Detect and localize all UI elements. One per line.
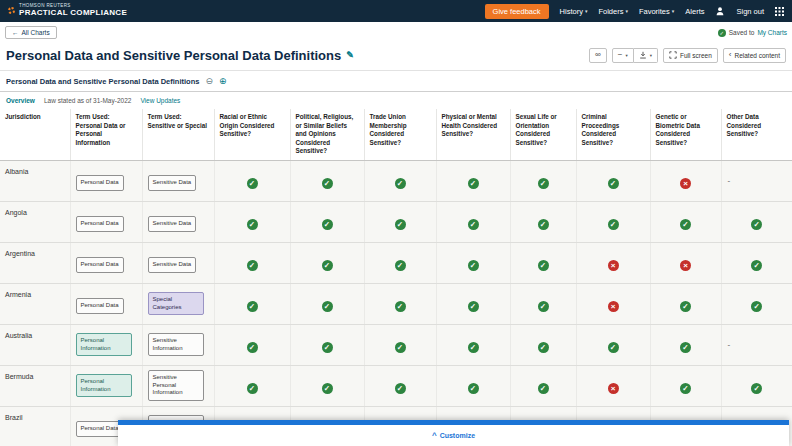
page-title: Personal Data and Sensitive Personal Dat… bbox=[6, 48, 354, 63]
yes-icon: ✓ bbox=[608, 342, 619, 353]
status-cell: ✓ bbox=[510, 160, 576, 201]
table-row: ArmeniaPersonal DataSpecial Categories✓✓… bbox=[0, 283, 792, 324]
yes-icon: ✓ bbox=[247, 342, 258, 353]
remove-columns-button[interactable]: − ▾ bbox=[612, 48, 634, 63]
yes-icon: ✓ bbox=[395, 178, 406, 189]
status-cell: ✓ bbox=[721, 201, 792, 242]
user-profile-icon[interactable] bbox=[715, 6, 725, 16]
yes-icon: ✓ bbox=[468, 178, 479, 189]
sensitive-term-chip: Sensitive Data bbox=[148, 216, 197, 232]
zoom-out-icon[interactable]: ⊖ bbox=[205, 77, 213, 86]
my-charts-link[interactable]: My Charts bbox=[757, 29, 787, 36]
all-charts-label: All Charts bbox=[22, 29, 50, 36]
nav-favorites-label: Favorites bbox=[639, 7, 670, 16]
yes-icon: ✓ bbox=[751, 383, 762, 394]
chevron-left-icon: ‹ bbox=[729, 51, 732, 59]
nav-history[interactable]: History ▾ bbox=[560, 7, 588, 16]
yes-icon: ✓ bbox=[247, 178, 258, 189]
top-nav-actions: Give feedback History ▾ Folders ▾ Favori… bbox=[485, 4, 784, 19]
full-screen-button[interactable]: Full screen bbox=[663, 48, 718, 63]
status-cell: ✓ bbox=[364, 160, 436, 201]
give-feedback-button[interactable]: Give feedback bbox=[485, 4, 549, 19]
back-arrow-icon: ← bbox=[12, 29, 19, 36]
status-cell: ✓ bbox=[364, 201, 436, 242]
dash-cell: - bbox=[721, 324, 792, 365]
status-cell: ✓ bbox=[510, 324, 576, 365]
page-title-text: Personal Data and Sensitive Personal Dat… bbox=[6, 48, 341, 63]
brand-logo[interactable]: THOMSON REUTERS PRACTICAL COMPLIANCE bbox=[8, 4, 127, 18]
status-cell: ✓ bbox=[576, 201, 650, 242]
status-cell: ✓ bbox=[510, 201, 576, 242]
column-header: Jurisdiction bbox=[0, 109, 70, 160]
status-cell: ✓ bbox=[436, 201, 510, 242]
view-updates-link[interactable]: View Updates bbox=[140, 97, 180, 104]
sign-out-button[interactable]: Sign out bbox=[736, 7, 764, 16]
personal-term-chip: Personal Data bbox=[76, 298, 124, 314]
yes-icon: ✓ bbox=[468, 383, 479, 394]
no-icon: × bbox=[608, 301, 619, 312]
no-icon: × bbox=[608, 383, 619, 394]
yes-icon: ✓ bbox=[395, 342, 406, 353]
yes-icon: ✓ bbox=[322, 260, 333, 271]
sensitive-term-chip-cell: Sensitive Information bbox=[142, 324, 214, 365]
yes-icon: ✓ bbox=[538, 301, 549, 312]
status-cell: ✓ bbox=[364, 283, 436, 324]
download-icon bbox=[639, 51, 647, 60]
nav-folders[interactable]: Folders ▾ bbox=[598, 7, 628, 16]
yes-icon: ✓ bbox=[538, 260, 549, 271]
status-cell: ✓ bbox=[650, 283, 721, 324]
sensitive-term-chip-cell: Sensitive Data bbox=[142, 201, 214, 242]
yes-icon: ✓ bbox=[322, 219, 333, 230]
personal-term-chip: Personal Information bbox=[76, 333, 132, 357]
status-cell: × bbox=[576, 242, 650, 283]
status-cell: ✓ bbox=[214, 283, 290, 324]
all-charts-button[interactable]: ← All Charts bbox=[5, 26, 57, 39]
apps-grid-icon[interactable] bbox=[775, 7, 784, 16]
personal-term-chip-cell: Personal Data bbox=[70, 201, 142, 242]
edit-pencil-icon[interactable]: ✎ bbox=[346, 50, 354, 60]
table-row: BermudaPersonal InformationSensitive Per… bbox=[0, 365, 792, 406]
status-cell: × bbox=[576, 365, 650, 406]
yes-icon: ✓ bbox=[322, 301, 333, 312]
title-actions: ∞ − ▾ ▾ Full screen ‹ Related content bbox=[589, 48, 786, 63]
zoom-in-icon[interactable]: ⊕ bbox=[219, 77, 227, 86]
nav-alerts[interactable]: Alerts bbox=[685, 7, 704, 16]
link-icon: ∞ bbox=[595, 51, 601, 59]
status-cell: ✓ bbox=[290, 365, 364, 406]
status-cell: ✓ bbox=[436, 242, 510, 283]
download-button[interactable]: ▾ bbox=[634, 48, 658, 63]
sensitive-term-chip: Sensitive Personal Information bbox=[148, 370, 204, 401]
customize-panel-button[interactable]: ^ Customize bbox=[118, 420, 789, 446]
chevron-down-icon: ▾ bbox=[625, 53, 627, 58]
overview-link[interactable]: Overview bbox=[6, 97, 35, 104]
saved-text: Saved to bbox=[729, 29, 755, 36]
yes-icon: ✓ bbox=[538, 219, 549, 230]
status-cell: ✓ bbox=[510, 365, 576, 406]
status-cell: ✓ bbox=[214, 242, 290, 283]
personal-term-chip-cell: Personal Data bbox=[70, 283, 142, 324]
sensitive-term-chip-cell: Sensitive Data bbox=[142, 242, 214, 283]
personal-term-chip: Personal Information bbox=[76, 374, 132, 398]
column-header: Term Used: Sensitive or Special bbox=[142, 109, 214, 160]
yes-icon: ✓ bbox=[468, 301, 479, 312]
column-header: Physical or Mental Health Considered Sen… bbox=[436, 109, 510, 160]
yes-icon: ✓ bbox=[538, 383, 549, 394]
status-cell: ✓ bbox=[510, 242, 576, 283]
link-button[interactable]: ∞ bbox=[589, 48, 607, 63]
top-navigation-bar: THOMSON REUTERS PRACTICAL COMPLIANCE Giv… bbox=[0, 0, 792, 22]
dash-cell: - bbox=[721, 160, 792, 201]
related-content-button[interactable]: ‹ Related content bbox=[723, 48, 786, 63]
status-cell: ✓ bbox=[650, 201, 721, 242]
chart-tab-label[interactable]: Personal Data and Sensitive Personal Dat… bbox=[6, 77, 199, 86]
status-cell: ✓ bbox=[576, 324, 650, 365]
status-cell: × bbox=[576, 283, 650, 324]
status-cell: ✓ bbox=[364, 365, 436, 406]
yes-icon: ✓ bbox=[538, 178, 549, 189]
status-cell: ✓ bbox=[436, 283, 510, 324]
status-cell: ✓ bbox=[214, 365, 290, 406]
nav-favorites[interactable]: Favorites ▾ bbox=[639, 7, 674, 16]
status-cell: × bbox=[650, 160, 721, 201]
yes-icon: ✓ bbox=[395, 383, 406, 394]
column-header: Racial or Ethnic Origin Considered Sensi… bbox=[214, 109, 290, 160]
jurisdiction-cell: Australia bbox=[0, 324, 70, 365]
